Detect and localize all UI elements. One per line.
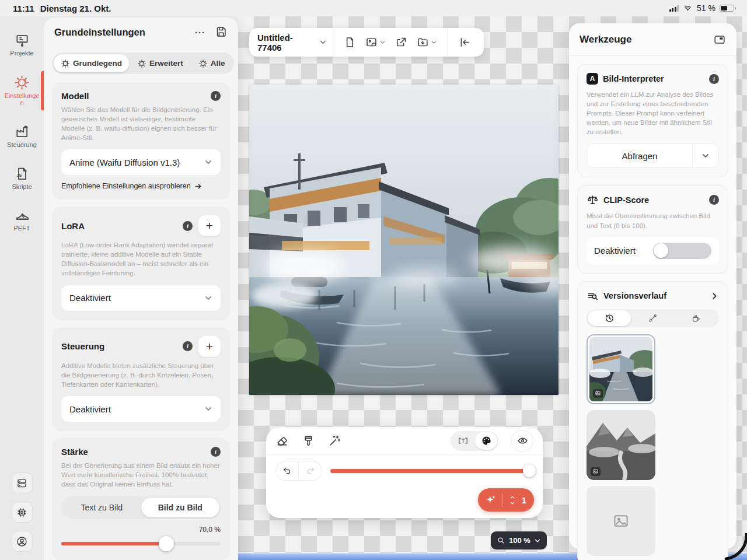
info-icon[interactable]: i — [183, 341, 193, 351]
sidebar-item-label: PEFT — [3, 225, 41, 232]
brush-size-slider[interactable] — [330, 464, 533, 478]
model-select[interactable]: Anime (Waifu Diffusion v1.3) — [61, 149, 221, 175]
clip-score-toggle-row: Deaktiviert — [587, 237, 719, 264]
save-to-folder-button[interactable] — [412, 36, 442, 48]
sidebar-item-label: Steuerung — [3, 141, 41, 149]
segment-bild-zu-bild[interactable]: Bild zu Bild — [141, 498, 220, 517]
tab-erweitert[interactable]: Erweitert — [130, 54, 190, 72]
query-button[interactable]: Abfragen — [587, 144, 719, 168]
interpreter-icon: A — [587, 73, 598, 85]
generated-image[interactable] — [249, 85, 558, 395]
color-mode-button[interactable] — [475, 432, 497, 450]
clip-score-title: CLIP-Score — [603, 195, 704, 205]
projector-screen-icon — [15, 33, 30, 48]
info-icon[interactable]: i — [211, 91, 221, 101]
tab-grundlegend[interactable]: Grundlegend — [54, 54, 129, 72]
text-mode-button[interactable] — [452, 432, 474, 450]
server-button[interactable] — [12, 473, 33, 494]
zoom-control[interactable]: 100 % — [491, 531, 547, 550]
generate-button[interactable]: 1 — [478, 488, 534, 512]
lora-select[interactable]: Deaktiviert — [61, 285, 221, 311]
add-control-button[interactable]: + — [198, 336, 221, 357]
cellular-signal-icon — [669, 5, 679, 12]
arrow-right-icon — [194, 183, 202, 190]
server-icon — [16, 477, 28, 489]
coffee-icon — [691, 313, 701, 323]
sidebar-item-einstellungen[interactable]: Einstellungen — [0, 75, 44, 107]
list-search-icon — [587, 290, 599, 302]
lora-title: LoRA — [61, 221, 183, 231]
brush-tool[interactable] — [302, 434, 315, 447]
device-settings-button[interactable] — [12, 502, 33, 523]
chevron-down-icon — [379, 39, 386, 46]
recommended-settings-link[interactable]: Empfohlene Einstellungen ausprobieren — [61, 182, 221, 190]
slider-knob[interactable] — [159, 536, 174, 551]
document-toolbar: Untitled-77406 — [249, 28, 484, 57]
text-field-icon — [458, 435, 469, 446]
battery-percent: 51 % — [697, 4, 715, 13]
interpreter-title: Bild-Interpreter — [603, 74, 704, 83]
segment-text-zu-bild[interactable]: Text zu Bild — [62, 498, 141, 517]
preview-button[interactable] — [511, 430, 533, 452]
pen-stroke — [722, 533, 747, 560]
new-document-button[interactable] — [339, 36, 361, 48]
chevron-down-icon — [204, 294, 212, 302]
collapse-panel-button[interactable] — [454, 36, 476, 48]
info-icon[interactable]: i — [709, 195, 719, 205]
version-thumbnail-empty[interactable] — [587, 486, 655, 556]
control-select[interactable]: Deaktiviert — [61, 396, 221, 422]
info-icon[interactable]: i — [183, 221, 193, 231]
sidebar: Projekte Einstellungen Steuerung JS Skri… — [0, 0, 44, 560]
sidebar-item-peft[interactable]: PEFT — [0, 208, 44, 232]
steuerung-description: Additive Modelle bieten zusätzliche Steu… — [61, 362, 221, 390]
chevron-down-icon — [701, 152, 710, 160]
settings-dial-icon — [14, 75, 30, 90]
strength-value: 70,0 % — [61, 526, 221, 534]
collapse-left-icon — [459, 36, 471, 48]
link-icon — [648, 313, 658, 323]
eraser-tool[interactable] — [275, 434, 289, 447]
version-thumbnail-current[interactable] — [587, 334, 655, 404]
history-tab[interactable] — [588, 310, 631, 326]
staerke-card: Stärke i Bei der Generierung aus einem B… — [52, 438, 230, 560]
pip-window-icon[interactable] — [713, 33, 726, 46]
clip-score-switch[interactable] — [653, 243, 712, 259]
undo-button[interactable] — [275, 461, 299, 481]
favorites-tab[interactable] — [675, 310, 718, 326]
slider-knob[interactable] — [523, 464, 536, 477]
info-icon[interactable]: i — [211, 447, 221, 457]
chevron-down-icon — [509, 501, 516, 506]
magic-wand-tool[interactable] — [328, 434, 341, 447]
staerke-title: Stärke — [61, 447, 211, 457]
folder-download-icon — [417, 36, 429, 48]
chevron-right-icon[interactable] — [710, 292, 719, 300]
sidebar-item-skripte[interactable]: JS Skripte — [0, 166, 44, 191]
account-button[interactable] — [12, 531, 33, 552]
add-lora-button[interactable]: + — [198, 215, 221, 236]
query-options-button[interactable] — [693, 152, 718, 160]
redo-button[interactable] — [299, 461, 322, 481]
share-button[interactable] — [390, 36, 412, 48]
tools-panel-title: Werkzeuge — [580, 34, 713, 46]
zoom-value: 100 % — [509, 536, 530, 545]
lineage-tab[interactable] — [631, 310, 674, 326]
sidebar-item-steuerung[interactable]: Steuerung — [0, 124, 44, 149]
new-document-icon — [344, 36, 356, 48]
history-icon — [605, 313, 615, 323]
sidebar-item-projekte[interactable]: Projekte — [0, 33, 44, 57]
info-icon[interactable]: i — [709, 74, 719, 84]
batch-count-stepper[interactable] — [509, 495, 516, 506]
tab-alle[interactable]: Alle — [191, 54, 232, 72]
chevron-down-icon — [534, 537, 541, 544]
image-badge-icon — [591, 467, 601, 476]
save-preset-icon[interactable] — [215, 26, 228, 38]
settings-panel: Grundeinstellungen ··· Grundlegend Erwei… — [44, 18, 238, 560]
editing-toolbar: 1 — [266, 427, 543, 518]
import-image-button[interactable] — [361, 36, 390, 48]
more-options-icon[interactable]: ··· — [195, 27, 205, 37]
sidebar-item-label: Einstellungen — [3, 92, 41, 107]
wifi-icon — [683, 4, 693, 12]
version-thumbnail-previous[interactable] — [587, 410, 655, 480]
document-title-dropdown[interactable]: Untitled-77406 — [257, 33, 327, 52]
strength-slider[interactable] — [61, 536, 221, 551]
